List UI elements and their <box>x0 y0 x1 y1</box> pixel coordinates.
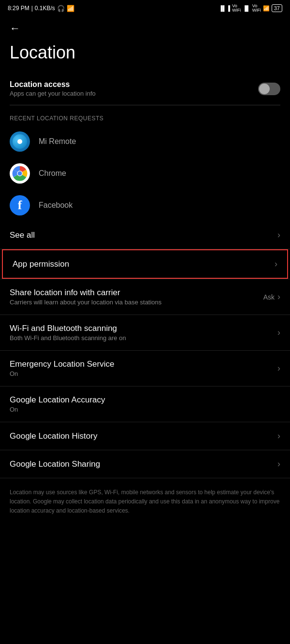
list-item-mi-remote[interactable]: Mi Remote <box>0 126 290 157</box>
vo-wifi-label: VoWiFi <box>232 4 241 13</box>
google-history-title: Google Location History <box>10 431 97 441</box>
emergency-location-subtitle: On <box>10 370 114 377</box>
back-arrow-icon: ← <box>10 22 20 34</box>
network-speed: | <box>31 5 33 12</box>
battery-indicator: 37 <box>272 4 282 12</box>
network-info: 0.1KB/s <box>35 5 55 12</box>
app-permission-row[interactable]: App permission › <box>2 249 288 279</box>
svg-point-2 <box>18 172 22 176</box>
signal-icon: ▐▌▐ <box>219 5 230 11</box>
list-item-facebook[interactable]: f Facebook <box>0 189 290 221</box>
google-accuracy-subtitle: On <box>10 406 105 413</box>
time: 8:29 PM <box>8 5 29 12</box>
emergency-location-title: Emergency Location Service <box>10 359 114 369</box>
vo-wifi-label-2: VoWiFi <box>252 4 261 13</box>
google-history-chevron-icon: › <box>277 431 280 441</box>
see-all-row[interactable]: See all › <box>0 221 290 249</box>
notification-icon: 📶 <box>67 5 74 12</box>
wifi-bluetooth-subtitle: Both Wi-Fi and Bluetooth scanning are on <box>10 334 126 342</box>
list-item-chrome[interactable]: Chrome <box>0 157 290 189</box>
status-right: ▐▌▐ VoWiFi ▐▌ VoWiFi 📶 37 <box>219 4 282 13</box>
location-access-row[interactable]: Location access Apps can get your locati… <box>0 72 290 105</box>
emergency-location-row[interactable]: Emergency Location Service On › <box>0 351 290 386</box>
recent-requests-header: RECENT LOCATION REQUESTS <box>0 105 290 126</box>
footer-info: Location may use sources like GPS, Wi-Fi… <box>0 478 290 530</box>
share-location-text: Share location info with carrier Carrier… <box>10 288 161 306</box>
see-all-chevron-icon: › <box>277 230 280 240</box>
share-location-title: Share location info with carrier <box>10 288 161 298</box>
status-left: 8:29 PM | 0.1KB/s 🎧 📶 <box>8 5 74 12</box>
signal-icon-2: ▐▌ <box>243 5 250 11</box>
page-title: Location <box>0 39 290 72</box>
emergency-location-text: Emergency Location Service On <box>10 359 114 377</box>
share-location-row[interactable]: Share location info with carrier Carrier… <box>0 279 290 315</box>
google-history-row[interactable]: Google Location History › <box>0 422 290 450</box>
location-access-title: Location access <box>10 80 96 89</box>
google-accuracy-row[interactable]: Google Location Accuracy On <box>0 386 290 422</box>
back-button[interactable]: ← <box>0 14 290 39</box>
see-all-label: See all <box>10 230 35 240</box>
share-location-subtitle: Carriers will learn about your location … <box>10 299 161 306</box>
wifi-bluetooth-text: Wi-Fi and Bluetooth scanning Both Wi-Fi … <box>10 324 126 342</box>
location-access-toggle[interactable] <box>258 83 280 95</box>
facebook-label: Facebook <box>39 201 72 210</box>
app-permission-chevron-icon: › <box>275 259 277 269</box>
wifi-bluetooth-chevron-icon: › <box>277 328 280 338</box>
share-location-right: Ask › <box>263 292 280 302</box>
mi-remote-icon <box>10 131 30 152</box>
wifi-bluetooth-title: Wi-Fi and Bluetooth scanning <box>10 324 126 333</box>
share-location-chevron-icon: › <box>277 292 280 302</box>
status-bar: 8:29 PM | 0.1KB/s 🎧 📶 ▐▌▐ VoWiFi ▐▌ VoWi… <box>0 0 290 14</box>
chrome-label: Chrome <box>39 169 66 178</box>
google-sharing-row[interactable]: Google Location Sharing › <box>0 450 290 478</box>
chrome-icon <box>10 163 30 184</box>
wifi-icon: 📶 <box>263 5 270 12</box>
location-access-subtitle: Apps can get your location info <box>10 90 96 97</box>
toggle-knob <box>259 84 270 94</box>
google-sharing-chevron-icon: › <box>277 459 280 469</box>
app-permission-label: App permission <box>13 259 69 269</box>
location-access-text: Location access Apps can get your locati… <box>10 80 96 97</box>
google-accuracy-text: Google Location Accuracy On <box>10 395 105 413</box>
headphone-icon: 🎧 <box>57 5 65 12</box>
google-accuracy-title: Google Location Accuracy <box>10 395 105 405</box>
share-location-value: Ask <box>263 293 275 301</box>
wifi-bluetooth-row[interactable]: Wi-Fi and Bluetooth scanning Both Wi-Fi … <box>0 315 290 350</box>
facebook-icon: f <box>10 195 30 215</box>
google-sharing-title: Google Location Sharing <box>10 459 100 469</box>
emergency-location-chevron-icon: › <box>277 363 280 373</box>
mi-remote-label: Mi Remote <box>39 137 76 146</box>
